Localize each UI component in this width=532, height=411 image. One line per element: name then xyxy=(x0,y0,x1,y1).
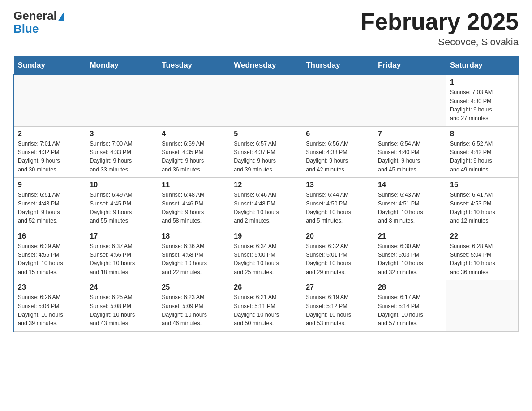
calendar-cell xyxy=(446,280,519,332)
day-number: 28 xyxy=(378,283,442,291)
calendar-cell: 1Sunrise: 7:03 AMSunset: 4:30 PMDaylight… xyxy=(446,75,519,126)
day-info: Sunrise: 6:37 AMSunset: 4:56 PMDaylight:… xyxy=(90,242,154,277)
day-number: 22 xyxy=(450,232,515,240)
calendar-cell: 13Sunrise: 6:44 AMSunset: 4:50 PMDayligh… xyxy=(302,178,374,229)
day-number: 8 xyxy=(450,130,515,138)
day-number: 18 xyxy=(162,232,226,240)
weekday-header-friday: Friday xyxy=(374,56,446,75)
calendar-cell xyxy=(374,75,446,126)
calendar-cell: 22Sunrise: 6:28 AMSunset: 5:04 PMDayligh… xyxy=(446,229,519,280)
weekday-header-tuesday: Tuesday xyxy=(158,56,230,75)
day-number: 11 xyxy=(162,181,226,189)
calendar-cell: 12Sunrise: 6:46 AMSunset: 4:48 PMDayligh… xyxy=(230,178,302,229)
day-info: Sunrise: 6:34 AMSunset: 5:00 PMDaylight:… xyxy=(234,242,298,277)
day-number: 26 xyxy=(234,283,298,291)
day-info: Sunrise: 6:19 AMSunset: 5:12 PMDaylight:… xyxy=(306,293,370,328)
location-subtitle: Secovce, Slovakia xyxy=(360,36,519,48)
calendar-cell: 8Sunrise: 6:52 AMSunset: 4:42 PMDaylight… xyxy=(446,126,519,178)
calendar-cell: 27Sunrise: 6:19 AMSunset: 5:12 PMDayligh… xyxy=(302,280,374,332)
calendar-week-row: 9Sunrise: 6:51 AMSunset: 4:43 PMDaylight… xyxy=(14,178,519,229)
calendar-cell xyxy=(230,75,302,126)
day-number: 5 xyxy=(234,130,298,138)
calendar-cell: 25Sunrise: 6:23 AMSunset: 5:09 PMDayligh… xyxy=(158,280,230,332)
day-info: Sunrise: 6:32 AMSunset: 5:01 PMDaylight:… xyxy=(306,242,370,277)
day-number: 2 xyxy=(18,130,82,138)
calendar-week-row: 16Sunrise: 6:39 AMSunset: 4:55 PMDayligh… xyxy=(14,229,519,280)
calendar-body: 1Sunrise: 7:03 AMSunset: 4:30 PMDaylight… xyxy=(14,75,519,331)
day-info: Sunrise: 6:56 AMSunset: 4:38 PMDaylight:… xyxy=(306,140,370,175)
day-number: 6 xyxy=(306,130,370,138)
day-number: 24 xyxy=(90,283,154,291)
calendar-cell: 15Sunrise: 6:41 AMSunset: 4:53 PMDayligh… xyxy=(446,178,519,229)
page-header: General Blue February 2025 Secovce, Slov… xyxy=(13,9,519,48)
day-number: 23 xyxy=(18,283,82,291)
calendar-cell: 9Sunrise: 6:51 AMSunset: 4:43 PMDaylight… xyxy=(14,178,86,229)
weekday-header-saturday: Saturday xyxy=(446,56,519,75)
day-info: Sunrise: 6:51 AMSunset: 4:43 PMDaylight:… xyxy=(18,191,82,226)
calendar-cell: 26Sunrise: 6:21 AMSunset: 5:11 PMDayligh… xyxy=(230,280,302,332)
calendar-week-row: 2Sunrise: 7:01 AMSunset: 4:32 PMDaylight… xyxy=(14,126,519,178)
day-info: Sunrise: 7:01 AMSunset: 4:32 PMDaylight:… xyxy=(18,140,82,175)
day-info: Sunrise: 6:54 AMSunset: 4:40 PMDaylight:… xyxy=(378,140,442,175)
day-number: 4 xyxy=(162,130,226,138)
calendar-cell: 19Sunrise: 6:34 AMSunset: 5:00 PMDayligh… xyxy=(230,229,302,280)
calendar-table: SundayMondayTuesdayWednesdayThursdayFrid… xyxy=(13,56,519,332)
calendar-week-row: 23Sunrise: 6:26 AMSunset: 5:06 PMDayligh… xyxy=(14,280,519,332)
day-info: Sunrise: 6:28 AMSunset: 5:04 PMDaylight:… xyxy=(450,242,515,277)
day-info: Sunrise: 6:23 AMSunset: 5:09 PMDaylight:… xyxy=(162,293,226,328)
calendar-cell: 16Sunrise: 6:39 AMSunset: 4:55 PMDayligh… xyxy=(14,229,86,280)
day-number: 20 xyxy=(306,232,370,240)
calendar-cell: 23Sunrise: 6:26 AMSunset: 5:06 PMDayligh… xyxy=(14,280,86,332)
day-info: Sunrise: 6:48 AMSunset: 4:46 PMDaylight:… xyxy=(162,191,226,226)
weekday-header-wednesday: Wednesday xyxy=(230,56,302,75)
day-info: Sunrise: 6:46 AMSunset: 4:48 PMDaylight:… xyxy=(234,191,298,226)
weekday-header-monday: Monday xyxy=(86,56,158,75)
day-number: 10 xyxy=(90,181,154,189)
logo-triangle-icon xyxy=(58,12,64,21)
day-info: Sunrise: 6:52 AMSunset: 4:42 PMDaylight:… xyxy=(450,140,515,175)
day-info: Sunrise: 6:17 AMSunset: 5:14 PMDaylight:… xyxy=(378,293,442,328)
day-info: Sunrise: 7:00 AMSunset: 4:33 PMDaylight:… xyxy=(90,140,154,175)
weekday-header-sunday: Sunday xyxy=(14,56,86,75)
day-number: 19 xyxy=(234,232,298,240)
calendar-cell: 7Sunrise: 6:54 AMSunset: 4:40 PMDaylight… xyxy=(374,126,446,178)
day-number: 9 xyxy=(18,181,82,189)
calendar-cell xyxy=(302,75,374,126)
calendar-cell: 14Sunrise: 6:43 AMSunset: 4:51 PMDayligh… xyxy=(374,178,446,229)
day-info: Sunrise: 6:36 AMSunset: 4:58 PMDaylight:… xyxy=(162,242,226,277)
day-info: Sunrise: 6:44 AMSunset: 4:50 PMDaylight:… xyxy=(306,191,370,226)
calendar-cell: 2Sunrise: 7:01 AMSunset: 4:32 PMDaylight… xyxy=(14,126,86,178)
day-info: Sunrise: 6:25 AMSunset: 5:08 PMDaylight:… xyxy=(90,293,154,328)
day-info: Sunrise: 6:49 AMSunset: 4:45 PMDaylight:… xyxy=(90,191,154,226)
calendar-cell xyxy=(158,75,230,126)
day-number: 16 xyxy=(18,232,82,240)
calendar-cell: 24Sunrise: 6:25 AMSunset: 5:08 PMDayligh… xyxy=(86,280,158,332)
day-info: Sunrise: 6:30 AMSunset: 5:03 PMDaylight:… xyxy=(378,242,442,277)
calendar-cell: 20Sunrise: 6:32 AMSunset: 5:01 PMDayligh… xyxy=(302,229,374,280)
day-number: 13 xyxy=(306,181,370,189)
calendar-cell: 21Sunrise: 6:30 AMSunset: 5:03 PMDayligh… xyxy=(374,229,446,280)
day-info: Sunrise: 6:57 AMSunset: 4:37 PMDaylight:… xyxy=(234,140,298,175)
day-number: 15 xyxy=(450,181,515,189)
day-info: Sunrise: 7:03 AMSunset: 4:30 PMDaylight:… xyxy=(450,88,515,123)
day-number: 7 xyxy=(378,130,442,138)
weekday-header-row: SundayMondayTuesdayWednesdayThursdayFrid… xyxy=(14,56,519,75)
logo: General Blue xyxy=(13,9,64,36)
day-number: 1 xyxy=(450,78,515,86)
calendar-cell: 18Sunrise: 6:36 AMSunset: 4:58 PMDayligh… xyxy=(158,229,230,280)
calendar-cell: 4Sunrise: 6:59 AMSunset: 4:35 PMDaylight… xyxy=(158,126,230,178)
calendar-cell: 10Sunrise: 6:49 AMSunset: 4:45 PMDayligh… xyxy=(86,178,158,229)
day-number: 17 xyxy=(90,232,154,240)
calendar-cell: 28Sunrise: 6:17 AMSunset: 5:14 PMDayligh… xyxy=(374,280,446,332)
calendar-cell xyxy=(14,75,86,126)
calendar-cell: 11Sunrise: 6:48 AMSunset: 4:46 PMDayligh… xyxy=(158,178,230,229)
title-block: February 2025 Secovce, Slovakia xyxy=(360,9,519,48)
calendar-cell: 5Sunrise: 6:57 AMSunset: 4:37 PMDaylight… xyxy=(230,126,302,178)
day-info: Sunrise: 6:43 AMSunset: 4:51 PMDaylight:… xyxy=(378,191,442,226)
weekday-header-thursday: Thursday xyxy=(302,56,374,75)
calendar-cell: 17Sunrise: 6:37 AMSunset: 4:56 PMDayligh… xyxy=(86,229,158,280)
day-info: Sunrise: 6:59 AMSunset: 4:35 PMDaylight:… xyxy=(162,140,226,175)
day-number: 21 xyxy=(378,232,442,240)
day-info: Sunrise: 6:41 AMSunset: 4:53 PMDaylight:… xyxy=(450,191,515,226)
day-number: 12 xyxy=(234,181,298,189)
